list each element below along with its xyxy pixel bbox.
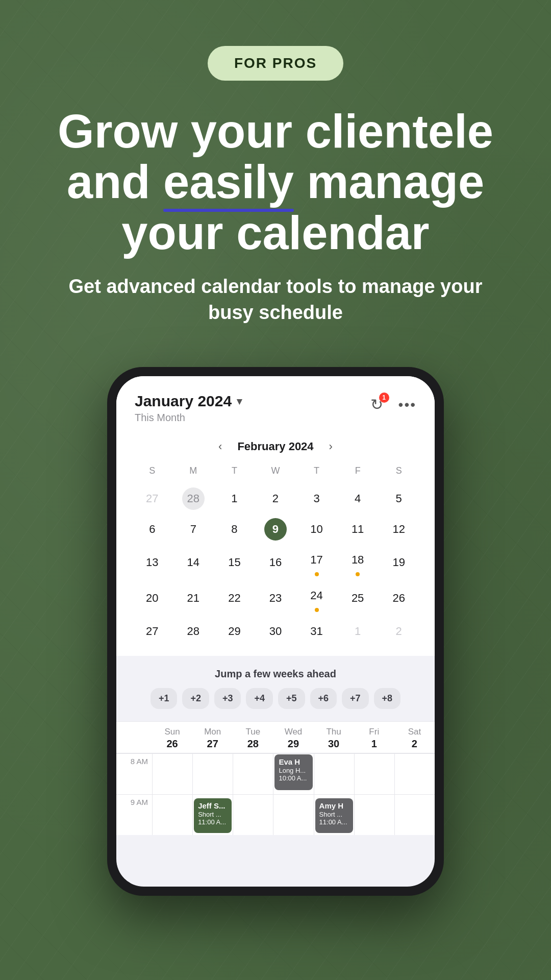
event-dot xyxy=(356,572,360,576)
calendar-date-number: 28 xyxy=(182,487,205,510)
notification-button[interactable]: ↻ 1 xyxy=(365,393,389,417)
event-desc: Long H... xyxy=(279,767,308,774)
jump-weeks-button[interactable]: +6 xyxy=(310,688,337,709)
calendar-date-number: 12 xyxy=(388,518,410,541)
calendar-date-number: 24 xyxy=(306,584,328,607)
calendar-cell[interactable]: 18 xyxy=(337,546,379,579)
calendar-date-number: 19 xyxy=(388,551,410,574)
calendar-cell[interactable]: 27 xyxy=(132,617,173,646)
event-amy-h[interactable]: Amy H Short ... 11:00 A... xyxy=(315,798,353,833)
schedule-col-sun xyxy=(152,753,192,835)
event-time: 11:00 A... xyxy=(319,818,349,826)
calendar-date-number: 9 xyxy=(264,518,287,541)
event-eva-h[interactable]: Eva H Long H... 10:00 A... xyxy=(274,754,312,790)
for-pros-badge: FOR PROS xyxy=(208,46,343,81)
hero-title: Grow your clientele and easily manage yo… xyxy=(31,106,520,258)
calendar-date-number: 5 xyxy=(388,487,410,510)
calendar-cell[interactable]: 15 xyxy=(214,546,255,579)
calendar-day-names: S M T W T F S xyxy=(132,461,419,480)
hero-underline-word: easily xyxy=(163,157,294,207)
event-desc: Short ... xyxy=(198,811,228,818)
calendar-cell[interactable]: 12 xyxy=(378,515,419,544)
hero-subtitle: Get advanced calendar tools to manage yo… xyxy=(31,274,520,326)
chevron-down-icon: ▾ xyxy=(237,395,242,407)
phone-section: January 2024 ▾ This Month ↻ 1 ••• xyxy=(0,341,551,896)
jump-section: Jump a few weeks ahead +1+2+3+4+5+6+7+8 xyxy=(116,656,435,721)
week-day-mon: Mon 27 xyxy=(192,727,233,750)
calendar-date-number: 15 xyxy=(223,551,245,574)
fri-num: 1 xyxy=(354,738,394,750)
calendar-cell[interactable]: 17 xyxy=(296,546,337,579)
event-name: Amy H xyxy=(319,801,349,811)
calendar-cell[interactable]: 11 xyxy=(337,515,379,544)
calendar-date-number: 7 xyxy=(182,518,205,541)
calendar-cell[interactable]: 1 xyxy=(337,617,379,646)
schedule-col-wed: Eva H Long H... 10:00 A... xyxy=(273,753,313,835)
calendar-cell[interactable]: 27 xyxy=(132,484,173,513)
calendar-cell[interactable]: 30 xyxy=(255,617,296,646)
calendar-nav: ‹ February 2024 › xyxy=(132,440,419,453)
calendar-cell[interactable]: 20 xyxy=(132,581,173,615)
jump-weeks-button[interactable]: +3 xyxy=(214,688,241,709)
calendar-cell[interactable]: 14 xyxy=(173,546,214,579)
calendar-cell[interactable]: 9 xyxy=(255,515,296,544)
calendar-cell[interactable]: 5 xyxy=(378,484,419,513)
month-title[interactable]: January 2024 ▾ xyxy=(135,393,242,410)
schedule-col-tue xyxy=(233,753,273,835)
calendar-date-number: 14 xyxy=(182,551,205,574)
jump-weeks-button[interactable]: +8 xyxy=(374,688,401,709)
calendar-cell[interactable]: 29 xyxy=(214,617,255,646)
calendar-cell[interactable]: 2 xyxy=(378,617,419,646)
jump-weeks-button[interactable]: +4 xyxy=(246,688,273,709)
wed-label: Wed xyxy=(273,727,313,737)
calendar-date-number: 20 xyxy=(141,587,163,609)
event-time: 10:00 A... xyxy=(279,774,308,782)
jump-weeks-button[interactable]: +7 xyxy=(342,688,369,709)
calendar-cell[interactable]: 1 xyxy=(214,484,255,513)
month-label: January 2024 xyxy=(135,393,232,410)
calendar-cell[interactable]: 28 xyxy=(173,617,214,646)
calendar-cell[interactable]: 3 xyxy=(296,484,337,513)
calendar-cell[interactable]: 13 xyxy=(132,546,173,579)
jump-weeks-button[interactable]: +1 xyxy=(151,688,178,709)
jump-weeks-button[interactable]: +5 xyxy=(278,688,305,709)
prev-month-button[interactable]: ‹ xyxy=(218,440,222,453)
schedule-col-sat xyxy=(394,753,435,835)
calendar-cell[interactable]: 4 xyxy=(337,484,379,513)
calendar-cell[interactable]: 7 xyxy=(173,515,214,544)
calendar-date-number: 18 xyxy=(346,549,369,571)
more-options-button[interactable]: ••• xyxy=(398,397,416,413)
calendar-cell[interactable]: 22 xyxy=(214,581,255,615)
jump-weeks-button[interactable]: +2 xyxy=(182,688,209,709)
calendar-cell[interactable]: 6 xyxy=(132,515,173,544)
sat-num: 2 xyxy=(394,738,435,750)
calendar-date-number: 21 xyxy=(182,587,205,609)
week-header: Sun 26 Mon 27 Tue 28 Wed xyxy=(116,722,435,753)
hero-line1: Grow your clientele xyxy=(58,105,493,157)
next-month-button[interactable]: › xyxy=(329,440,333,453)
time-labels-col: 8 AM 9 AM xyxy=(116,753,152,835)
calendar-grid: 2728123456789101112131415161718192021222… xyxy=(132,484,419,646)
wed-num: 29 xyxy=(273,738,313,750)
calendar-date-number: 23 xyxy=(264,587,287,609)
event-dot xyxy=(315,572,319,576)
calendar-cell[interactable]: 26 xyxy=(378,581,419,615)
calendar-cell[interactable]: 24 xyxy=(296,581,337,615)
calendar-cell[interactable]: 25 xyxy=(337,581,379,615)
day-name-tue: T xyxy=(214,461,255,480)
event-jeff-short[interactable]: Jeff S... Short ... 11:00 A... xyxy=(194,798,232,833)
calendar-cell[interactable]: 8 xyxy=(214,515,255,544)
calendar-cell[interactable]: 21 xyxy=(173,581,214,615)
calendar-date-number: 1 xyxy=(346,620,369,643)
calendar-cell[interactable]: 23 xyxy=(255,581,296,615)
calendar-cell[interactable]: 28 xyxy=(173,484,214,513)
sat-label: Sat xyxy=(394,727,435,737)
calendar-cell[interactable]: 10 xyxy=(296,515,337,544)
calendar-cell[interactable]: 2 xyxy=(255,484,296,513)
week-day-sun: Sun 26 xyxy=(152,727,192,750)
event-name: Eva H xyxy=(279,757,308,767)
calendar-cell[interactable]: 16 xyxy=(255,546,296,579)
calendar-cell[interactable]: 31 xyxy=(296,617,337,646)
calendar-cell[interactable]: 19 xyxy=(378,546,419,579)
event-desc: Short ... xyxy=(319,811,349,818)
